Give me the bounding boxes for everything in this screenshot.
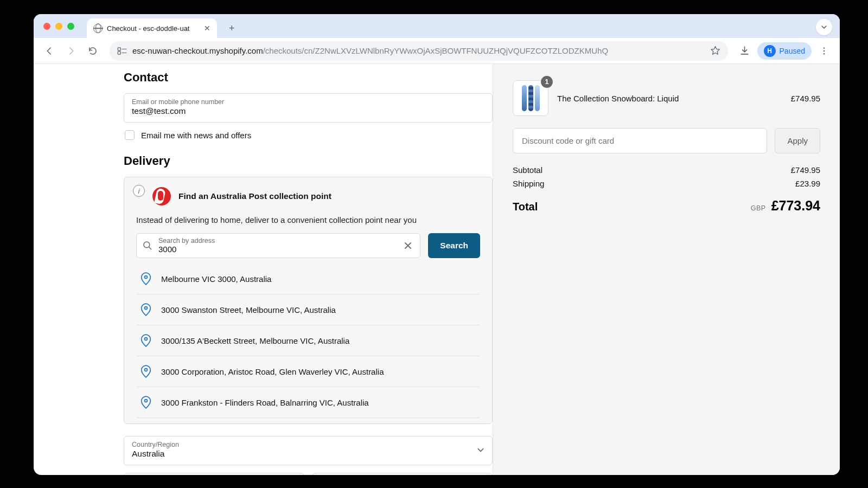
- order-summary: 1 The Collection Snowboard: Liquid £749.…: [493, 64, 840, 475]
- currency-code: GBP: [751, 204, 766, 212]
- svg-point-10: [145, 400, 148, 402]
- search-input[interactable]: [158, 245, 396, 254]
- country-select[interactable]: Country/Region Australia: [124, 436, 493, 465]
- search-result[interactable]: Melbourne VIC 3000, Australia: [136, 264, 480, 294]
- panel-title: Find an Australia Post collection point: [178, 191, 331, 201]
- subtotal-value: £749.95: [791, 165, 820, 175]
- globe-icon: [93, 24, 103, 33]
- profile-status: Paused: [780, 47, 805, 55]
- search-results: Melbourne VIC 3000, Australia 3000 Swans…: [136, 264, 480, 418]
- delivery-heading: Delivery: [124, 154, 493, 168]
- pin-icon: [141, 272, 151, 285]
- bookmark-star-icon[interactable]: [710, 46, 720, 56]
- shipping-label: Shipping: [513, 179, 544, 188]
- tabs-dropdown-icon[interactable]: [816, 19, 832, 35]
- svg-point-7: [145, 307, 148, 310]
- search-field[interactable]: Search by address: [136, 233, 420, 258]
- auspost-logo-icon: [152, 187, 171, 206]
- window-close[interactable]: [43, 23, 50, 30]
- info-icon: i: [133, 185, 145, 197]
- first-name-field[interactable]: First name (optional): [124, 473, 304, 475]
- product-name: The Collection Snowboard: Liquid: [557, 94, 782, 103]
- window-minimize[interactable]: [55, 23, 62, 30]
- panel-subtitle: Instead of delivering to home, deliver t…: [136, 215, 480, 224]
- search-label: Search by address: [158, 237, 396, 245]
- tab-close-icon[interactable]: ✕: [204, 24, 210, 33]
- checkbox-icon[interactable]: [125, 130, 135, 140]
- contact-heading: Contact: [124, 70, 493, 85]
- svg-rect-1: [118, 51, 120, 54]
- pin-icon: [141, 334, 151, 347]
- search-result[interactable]: 3000 Frankston - Flinders Road, Balnarri…: [136, 387, 480, 418]
- email-input[interactable]: [132, 106, 484, 117]
- discount-input[interactable]: [513, 128, 767, 153]
- pin-icon: [141, 396, 151, 409]
- shipping-value: £23.99: [795, 179, 820, 188]
- search-result[interactable]: 3000 Corporation, Aristoc Road, Glen Wav…: [136, 356, 480, 387]
- chevron-down-icon: [477, 446, 484, 454]
- country-value: Australia: [132, 448, 179, 459]
- url-text: esc-nuwan-checkout.myshopify.com/checkou…: [132, 46, 608, 55]
- profile-pill[interactable]: H Paused: [757, 42, 812, 60]
- search-result[interactable]: 3000/135 A'Beckett Street, Melbourne VIC…: [136, 325, 480, 356]
- quantity-badge: 1: [541, 76, 553, 88]
- svg-point-4: [824, 53, 825, 54]
- country-label: Country/Region: [132, 441, 179, 448]
- address-bar[interactable]: esc-nuwan-checkout.myshopify.com/checkou…: [110, 41, 728, 61]
- clear-search-icon[interactable]: [401, 239, 414, 252]
- last-name-field[interactable]: Last name: [312, 473, 493, 475]
- window-titlebar: Checkout - esc-doddle-uat ✕ +: [34, 14, 840, 38]
- svg-point-8: [145, 338, 148, 341]
- browser-tab[interactable]: Checkout - esc-doddle-uat ✕: [87, 18, 217, 38]
- svg-point-6: [145, 276, 148, 279]
- news-checkbox-row[interactable]: Email me with news and offers: [125, 130, 492, 140]
- new-tab-button[interactable]: +: [229, 23, 235, 34]
- pin-icon: [141, 365, 151, 378]
- profile-avatar: H: [764, 45, 776, 57]
- apply-discount-button[interactable]: Apply: [775, 128, 820, 153]
- svg-point-2: [824, 47, 825, 49]
- site-info-icon[interactable]: [117, 47, 127, 55]
- kebab-menu-icon[interactable]: [815, 42, 833, 60]
- svg-point-3: [824, 50, 825, 52]
- window-maximize[interactable]: [67, 23, 74, 30]
- reload-button[interactable]: [84, 42, 102, 60]
- subtotal-label: Subtotal: [513, 165, 542, 175]
- search-icon: [142, 240, 153, 251]
- collection-point-panel: i Find an Australia Post collection poin…: [124, 177, 493, 424]
- email-field[interactable]: Email or mobile phone number: [124, 93, 493, 123]
- news-checkbox-label: Email me with news and offers: [141, 131, 251, 140]
- total-label: Total: [513, 201, 538, 213]
- cart-item: 1 The Collection Snowboard: Liquid £749.…: [513, 80, 820, 116]
- tab-title: Checkout - esc-doddle-uat: [107, 24, 189, 33]
- pin-icon: [141, 303, 151, 316]
- search-result[interactable]: 3000 Swanston Street, Melbourne VIC, Aus…: [136, 294, 480, 325]
- search-button[interactable]: Search: [428, 233, 480, 258]
- svg-rect-0: [118, 47, 120, 50]
- forward-button[interactable]: [62, 42, 80, 60]
- email-label: Email or mobile phone number: [132, 98, 484, 106]
- product-price: £749.95: [791, 94, 820, 103]
- back-button[interactable]: [40, 42, 59, 60]
- svg-point-9: [145, 369, 148, 371]
- total-value: £773.94: [771, 198, 820, 214]
- downloads-icon[interactable]: [736, 42, 754, 60]
- browser-toolbar: esc-nuwan-checkout.myshopify.com/checkou…: [34, 38, 840, 64]
